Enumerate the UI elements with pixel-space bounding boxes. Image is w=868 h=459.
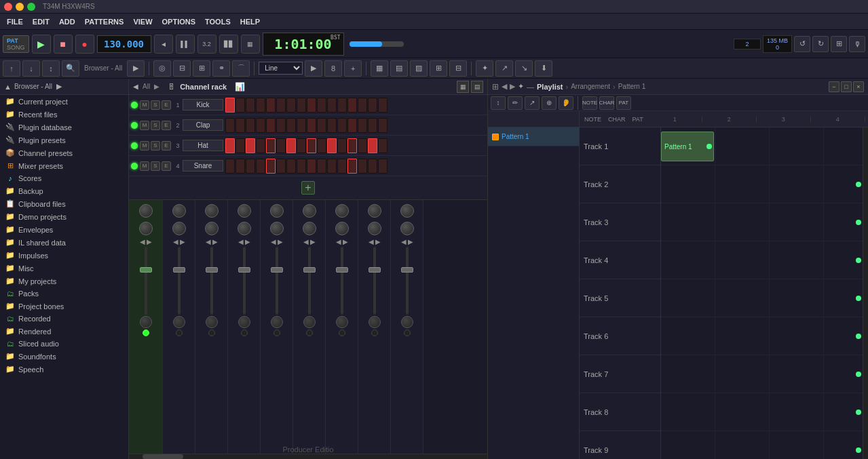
pl-tool-listen[interactable]: 👂: [559, 96, 573, 110]
pad-hat-7[interactable]: [286, 138, 296, 153]
grid-col-7-3[interactable]: [770, 355, 824, 393]
track-row-4[interactable]: Track 4: [580, 241, 660, 279]
grid-col-3-1[interactable]: [661, 203, 715, 241]
step-seq-btn[interactable]: ▦: [371, 60, 388, 77]
mixer-fader-6-handle[interactable]: [303, 267, 316, 273]
mixer-knob-1-1[interactable]: [139, 204, 153, 218]
mixer-fader-4-handle[interactable]: [238, 267, 250, 273]
mixer-bot-knob-1[interactable]: [140, 316, 152, 328]
cs-mute-kick[interactable]: M: [140, 100, 149, 110]
pad-kick-6[interactable]: [276, 98, 286, 113]
pad-kick-4[interactable]: [256, 98, 265, 113]
arrow-down-btn[interactable]: ↓: [22, 60, 40, 77]
pattern-track-3[interactable]: [661, 203, 863, 241]
grid-col-2-1[interactable]: [661, 165, 715, 203]
pattern-grid[interactable]: Pattern 1: [661, 127, 863, 459]
grid-col-5-1[interactable]: [661, 279, 715, 317]
menu-help[interactable]: HELP: [236, 16, 264, 27]
sidebar-item-plugin-presets[interactable]: 🔌 Plugin presets: [0, 134, 128, 146]
mixer-arrow-right-8[interactable]: ▶: [375, 238, 381, 245]
pad-clap-11[interactable]: [327, 118, 337, 133]
pad-clap-10[interactable]: [317, 118, 326, 133]
mixer-fader-1-handle[interactable]: [140, 267, 152, 273]
grid-col-3-3[interactable]: [770, 203, 824, 241]
mixer-knob-4-1[interactable]: [238, 204, 251, 218]
sidebar-item-recent-files[interactable]: 📁 Recent files: [0, 108, 128, 121]
pad-hat-1[interactable]: [225, 138, 235, 153]
sidebar-item-mixer-presets[interactable]: ⊞ Mixer presets: [0, 159, 128, 172]
sidebar-item-misc[interactable]: 📁 Misc: [0, 262, 128, 275]
pad-kick-10[interactable]: [317, 98, 326, 113]
pad-snare-1[interactable]: [225, 159, 235, 174]
pad-hat-14[interactable]: [358, 138, 367, 153]
mixer-knob-2-1[interactable]: [172, 204, 186, 218]
pad-snare-9[interactable]: [307, 159, 316, 174]
effect2-btn[interactable]: ↗: [495, 60, 513, 77]
mixer-fader-5-handle[interactable]: [271, 267, 283, 273]
mixer-arrow-right-7[interactable]: ▶: [343, 238, 348, 245]
mixer-knob-7-1[interactable]: [335, 204, 349, 218]
mixer-bot-knob-4[interactable]: [238, 316, 250, 328]
pad-hat-9[interactable]: [307, 138, 316, 153]
cs-name-hat[interactable]: Hat: [183, 140, 223, 151]
pat-song-toggle[interactable]: PAT SONG: [3, 35, 29, 53]
pad-clap-16[interactable]: [378, 118, 388, 133]
mixer-knob-6-2[interactable]: [303, 222, 316, 235]
playlist-close-btn[interactable]: ×: [853, 81, 864, 92]
pad-kick-11[interactable]: [327, 98, 337, 113]
sidebar-item-my-projects[interactable]: 📁 My projects: [0, 275, 128, 287]
pad-snare-7[interactable]: [286, 159, 296, 174]
mixer-bot-knob-9[interactable]: [401, 316, 413, 328]
channel-rack-expand[interactable]: ▶: [154, 83, 159, 90]
pattern-track-9[interactable]: [661, 431, 863, 459]
grid-col-8-3[interactable]: [770, 393, 824, 431]
mixer-arrow-right-1[interactable]: ▶: [147, 238, 152, 245]
sidebar-item-scores[interactable]: ♪ Scores: [0, 172, 128, 184]
mixer-bot-knob-5[interactable]: [271, 316, 283, 328]
pad-clap-13[interactable]: [347, 118, 357, 133]
stop-button[interactable]: ■: [54, 35, 73, 54]
pad-kick-13[interactable]: [347, 98, 357, 113]
line-mode-btn[interactable]: ▶: [305, 60, 322, 77]
sidebar-item-demo-projects[interactable]: 📁 Demo projects: [0, 210, 128, 223]
mixer-knob-9-2[interactable]: [400, 222, 414, 235]
grid-col-4-1[interactable]: [661, 241, 715, 279]
mixer-arrow-left-7[interactable]: ◀: [336, 238, 341, 245]
track-row-2[interactable]: Track 2: [580, 165, 660, 203]
play-button[interactable]: ▶: [32, 35, 51, 54]
pad-snare-5[interactable]: [266, 159, 276, 174]
step-arr-btn[interactable]: ▤: [390, 60, 408, 77]
pad-hat-2[interactable]: [235, 138, 245, 153]
mixer-knob-6-1[interactable]: [303, 204, 316, 218]
record-button[interactable]: ●: [75, 35, 94, 54]
sidebar-item-il-shared-data[interactable]: 📁 IL shared data: [0, 236, 128, 249]
playlist-minimize-btn[interactable]: −: [829, 81, 839, 92]
pad-clap-1[interactable]: [225, 118, 235, 133]
pad-kick-15[interactable]: [368, 98, 377, 113]
mixer-arrow-left-4[interactable]: ◀: [238, 238, 244, 245]
cs-led-hat[interactable]: [131, 142, 138, 149]
cr-btn-1[interactable]: ▦: [457, 81, 469, 93]
pattern-track-1[interactable]: Pattern 1: [661, 127, 863, 165]
mixer-arrow-left-5[interactable]: ◀: [271, 238, 276, 245]
pad-hat-4[interactable]: [256, 138, 265, 153]
piano-tool-btn[interactable]: ⊟: [173, 60, 191, 77]
cs-env-clap[interactable]: E: [162, 121, 171, 130]
mixer-bot-knob-7[interactable]: [336, 316, 348, 328]
grid-col-8-2[interactable]: [715, 393, 770, 431]
mixer-arrow-left-8[interactable]: ◀: [369, 238, 374, 245]
pad-snare-8[interactable]: [297, 159, 306, 174]
pad-snare-11[interactable]: [327, 159, 337, 174]
pad-snare-4[interactable]: [256, 159, 265, 174]
download-btn[interactable]: ⬇: [535, 60, 552, 77]
grid-col-7-1[interactable]: [661, 355, 715, 393]
menu-patterns[interactable]: PATTERNS: [81, 16, 128, 27]
sidebar-item-backup[interactable]: 📁 Backup: [0, 184, 128, 197]
sidebar-item-project-bones[interactable]: 📁 Project bones: [0, 300, 128, 313]
link-btn[interactable]: ⚭: [212, 60, 230, 77]
tempo-down-btn[interactable]: ◂: [154, 35, 173, 54]
maximize-traffic-light[interactable]: [27, 3, 35, 11]
volume-slider[interactable]: [350, 41, 404, 47]
cs-name-clap[interactable]: Clap: [183, 119, 223, 131]
pad-snare-2[interactable]: [235, 159, 245, 174]
